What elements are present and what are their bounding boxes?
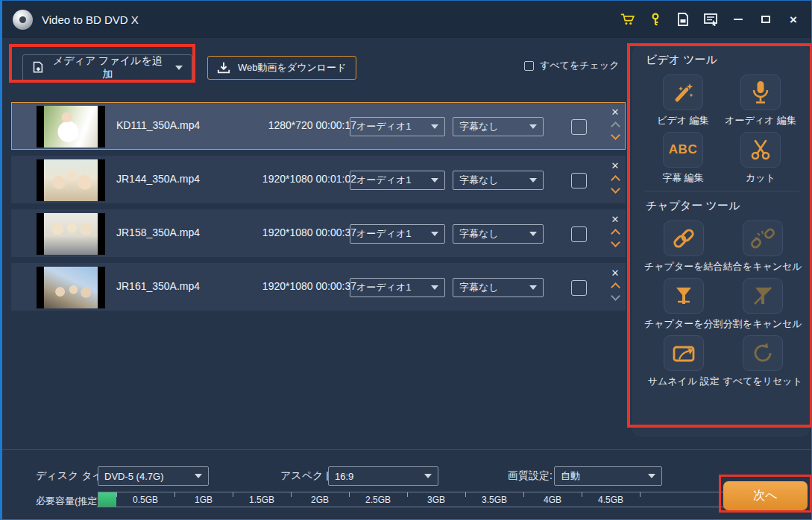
chevron-down-icon (424, 474, 432, 478)
tool-label: カット (746, 171, 775, 185)
close-button[interactable]: × (786, 12, 801, 27)
scissors-icon (740, 132, 781, 168)
move-down-icon[interactable] (611, 184, 620, 194)
file-resolution-duration: 1920*1080 00:00:37 (236, 226, 356, 238)
row-checkbox[interactable] (571, 280, 587, 296)
quality-label: 画質設定: (508, 469, 553, 483)
disc-type-select[interactable]: DVD-5 (4.7G) (98, 466, 209, 486)
cancel-merge-tool: 結合をキャンセル (723, 221, 802, 273)
funnel-split-icon (664, 278, 704, 314)
tool-label: すべてをリセット (723, 375, 802, 388)
file-name: KD111_350A.mp4 (116, 119, 243, 131)
tools-panel: ビデオ ツール ビデオ 編集 (632, 45, 810, 437)
tool-label: サムネイル 設定 (648, 375, 720, 388)
tool-label: 結合をキャンセル (723, 260, 802, 273)
cut-tool[interactable]: カット (722, 132, 799, 185)
remove-file-icon[interactable]: ✕ (611, 107, 620, 117)
microphone-icon (740, 74, 781, 110)
file-name: JR158_350A.mp4 (116, 226, 243, 238)
chapter-tools-title: チャプター ツール (646, 199, 799, 213)
capacity-meter: 0.5GB 1GB 1.5GB 2GB 2.5GB 3GB 3.5GB 4GB … (98, 492, 748, 507)
capacity-label: 必要容量(推定): (36, 495, 103, 508)
audio-track-select[interactable]: オーディオ1 (350, 278, 445, 297)
app-window: Video to BD DVD X (0, 0, 812, 520)
video-tools-title: ビデオ ツール (646, 53, 799, 67)
download-icon (217, 61, 230, 74)
key-icon[interactable] (648, 12, 663, 27)
remove-file-icon[interactable]: ✕ (611, 161, 620, 171)
maximize-button[interactable] (758, 12, 773, 27)
file-row[interactable]: JR144_350A.mp4 1920*1080 00:01:02 オーディオ1… (11, 156, 626, 203)
subtitle-select[interactable]: 字幕なし (453, 117, 544, 136)
capacity-tick: 2GB (291, 492, 349, 507)
reset-all-tool: すべてをリセット (723, 335, 802, 388)
file-name: JR144_350A.mp4 (116, 173, 243, 185)
chevron-down-icon (529, 178, 537, 183)
register-document-icon[interactable] (676, 12, 690, 27)
edit-subtitle-tool[interactable]: ABC 字幕 編集 (644, 132, 722, 185)
file-resolution-duration: 1920*1080 00:00:37 (236, 280, 356, 292)
audio-track-select[interactable]: オーディオ1 (350, 117, 445, 136)
cart-icon[interactable] (620, 12, 635, 27)
tool-label: 字幕 編集 (662, 171, 704, 185)
chapter-tools-grid: チャプターを結合 結合をキャンセル (644, 221, 799, 388)
minimize-button[interactable] (731, 12, 746, 27)
file-resolution-duration: 1280*720 00:00:17 (236, 119, 356, 131)
chevron-down-icon (431, 232, 438, 236)
subtitle-select[interactable]: 字幕なし (453, 224, 544, 244)
move-down-icon[interactable] (611, 238, 620, 247)
video-thumbnail (37, 106, 105, 148)
aspect-ratio-select[interactable]: 16:9 (328, 466, 438, 486)
move-down-icon[interactable] (611, 130, 620, 140)
file-row[interactable]: JR158_350A.mp4 1920*1080 00:00:37 オーディオ1… (11, 209, 626, 257)
remove-file-icon[interactable]: ✕ (611, 215, 620, 224)
broken-link-icon (743, 221, 783, 256)
row-checkbox[interactable] (571, 226, 587, 242)
tool-label: チャプターを結合 (644, 260, 723, 273)
quality-value: 自動 (561, 469, 580, 483)
audio-track-select[interactable]: オーディオ1 (350, 171, 445, 190)
chevron-down-icon (431, 285, 438, 290)
tool-label: 分割をキャンセル (723, 317, 802, 331)
check-all-checkbox[interactable] (524, 61, 534, 71)
edit-video-tool[interactable]: ビデオ 編集 (644, 74, 722, 127)
split-chapter-tool[interactable]: チャプターを分割 (644, 278, 723, 331)
row-checkbox[interactable] (571, 119, 587, 135)
audio-track-select[interactable]: オーディオ1 (350, 224, 445, 244)
add-media-button[interactable]: メディア ファイルを追加 (22, 54, 192, 81)
video-tools-grid: ビデオ 編集 オーディオ 編集 ABC 字幕 編集 (644, 74, 799, 185)
video-thumbnail (37, 267, 105, 308)
row-checkbox[interactable] (571, 173, 587, 188)
capacity-tick: 3GB (407, 492, 465, 507)
feedback-icon[interactable] (703, 12, 718, 27)
thumbnail-settings-icon (664, 335, 704, 371)
capacity-fill (98, 492, 116, 507)
thumbnail-settings-tool[interactable]: サムネイル 設定 (644, 335, 723, 388)
file-row[interactable]: JR161_350A.mp4 1920*1080 00:00:37 オーディオ1… (11, 263, 626, 311)
file-resolution-duration: 1920*1080 00:01:02 (236, 173, 356, 185)
file-row[interactable]: KD111_350A.mp4 1280*720 00:00:17 オーディオ1 … (11, 102, 626, 150)
chevron-down-icon (431, 124, 438, 129)
edit-audio-tool[interactable]: オーディオ 編集 (722, 74, 799, 127)
subtitle-select[interactable]: 字幕なし (453, 171, 544, 190)
tool-label: ビデオ 編集 (657, 114, 709, 127)
funnel-cancel-icon (743, 278, 783, 314)
next-button[interactable]: 次へ (723, 481, 808, 510)
check-all-control[interactable]: すべてをチェック (524, 59, 619, 72)
chevron-down-icon (195, 474, 202, 478)
merge-chapters-tool[interactable]: チャプターを結合 (644, 221, 723, 273)
add-media-label: メディア ファイルを追加 (52, 54, 163, 81)
remove-file-icon[interactable]: ✕ (611, 268, 620, 278)
move-down-icon[interactable] (611, 291, 620, 301)
quality-select[interactable]: 自動 (554, 466, 662, 486)
chevron-down-icon (648, 474, 655, 478)
disc-type-value: DVD-5 (4.7G) (104, 471, 163, 482)
file-name: JR161_350A.mp4 (116, 280, 243, 292)
bottom-bar: ディスク タイプ: DVD-5 (4.7G) アスペクト比: 16:9 画質設定… (2, 449, 811, 519)
capacity-tick: 4.5GB (582, 492, 640, 507)
subtitle-select[interactable]: 字幕なし (453, 278, 544, 297)
download-web-video-button[interactable]: Web動画をダウンロード (207, 56, 356, 80)
tool-label: オーディオ 編集 (725, 114, 796, 127)
cancel-split-tool: 分割をキャンセル (723, 278, 802, 331)
capacity-tick: 4GB (523, 492, 582, 507)
